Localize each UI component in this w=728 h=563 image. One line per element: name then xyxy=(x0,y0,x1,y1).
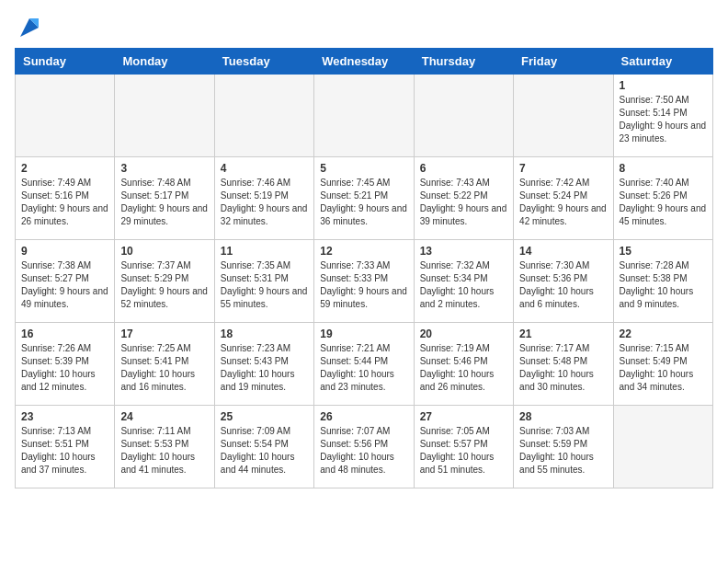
day-cell: 28Sunrise: 7:03 AM Sunset: 5:59 PM Dayli… xyxy=(514,406,613,488)
weekday-header-row: SundayMondayTuesdayWednesdayThursdayFrid… xyxy=(16,49,713,75)
day-cell: 1Sunrise: 7:50 AM Sunset: 5:14 PM Daylig… xyxy=(613,75,712,157)
day-info: Sunrise: 7:26 AM Sunset: 5:39 PM Dayligh… xyxy=(21,342,108,394)
day-cell: 2Sunrise: 7:49 AM Sunset: 5:16 PM Daylig… xyxy=(16,157,115,240)
day-info: Sunrise: 7:48 AM Sunset: 5:17 PM Dayligh… xyxy=(120,177,208,228)
day-info: Sunrise: 7:32 AM Sunset: 5:34 PM Dayligh… xyxy=(420,259,507,311)
day-number: 20 xyxy=(420,327,507,340)
day-info: Sunrise: 7:38 AM Sunset: 5:27 PM Dayligh… xyxy=(21,259,108,311)
day-info: Sunrise: 7:17 AM Sunset: 5:48 PM Dayligh… xyxy=(519,342,607,394)
day-number: 27 xyxy=(420,410,507,423)
day-cell: 13Sunrise: 7:32 AM Sunset: 5:34 PM Dayli… xyxy=(414,240,513,323)
day-cell: 26Sunrise: 7:07 AM Sunset: 5:56 PM Dayli… xyxy=(314,406,414,488)
day-info: Sunrise: 7:23 AM Sunset: 5:43 PM Dayligh… xyxy=(221,342,308,394)
day-cell: 4Sunrise: 7:46 AM Sunset: 5:19 PM Daylig… xyxy=(214,157,313,240)
day-info: Sunrise: 7:30 AM Sunset: 5:36 PM Dayligh… xyxy=(519,259,607,311)
day-info: Sunrise: 7:49 AM Sunset: 5:16 PM Dayligh… xyxy=(21,177,108,228)
day-cell: 11Sunrise: 7:35 AM Sunset: 5:31 PM Dayli… xyxy=(214,240,313,323)
day-number: 22 xyxy=(620,327,707,340)
day-info: Sunrise: 7:05 AM Sunset: 5:57 PM Dayligh… xyxy=(420,425,507,477)
day-number: 9 xyxy=(21,245,108,258)
day-info: Sunrise: 7:43 AM Sunset: 5:22 PM Dayligh… xyxy=(420,177,507,228)
day-number: 15 xyxy=(620,245,707,258)
day-number: 25 xyxy=(221,410,308,423)
week-row-5: 23Sunrise: 7:13 AM Sunset: 5:51 PM Dayli… xyxy=(16,406,713,488)
day-number: 5 xyxy=(320,162,407,175)
day-cell: 3Sunrise: 7:48 AM Sunset: 5:17 PM Daylig… xyxy=(115,157,214,240)
logo-icon xyxy=(17,15,42,40)
day-cell: 20Sunrise: 7:19 AM Sunset: 5:46 PM Dayli… xyxy=(414,323,513,406)
day-info: Sunrise: 7:11 AM Sunset: 5:53 PM Dayligh… xyxy=(120,425,208,477)
day-number: 26 xyxy=(320,410,407,423)
weekday-thursday: Thursday xyxy=(414,49,513,75)
calendar-body: 1Sunrise: 7:50 AM Sunset: 5:14 PM Daylig… xyxy=(16,75,713,488)
day-number: 10 xyxy=(120,245,208,258)
day-cell: 9Sunrise: 7:38 AM Sunset: 5:27 PM Daylig… xyxy=(16,240,115,323)
day-cell: 21Sunrise: 7:17 AM Sunset: 5:48 PM Dayli… xyxy=(514,323,613,406)
weekday-saturday: Saturday xyxy=(613,49,712,75)
day-number: 13 xyxy=(420,245,507,258)
day-number: 16 xyxy=(21,327,108,340)
day-cell xyxy=(214,75,313,157)
day-info: Sunrise: 7:45 AM Sunset: 5:21 PM Dayligh… xyxy=(320,177,407,228)
day-number: 24 xyxy=(120,410,208,423)
day-info: Sunrise: 7:35 AM Sunset: 5:31 PM Dayligh… xyxy=(221,259,308,311)
day-cell: 19Sunrise: 7:21 AM Sunset: 5:44 PM Dayli… xyxy=(314,323,414,406)
day-number: 23 xyxy=(21,410,108,423)
day-cell: 27Sunrise: 7:05 AM Sunset: 5:57 PM Dayli… xyxy=(414,406,513,488)
day-cell xyxy=(514,75,613,157)
day-info: Sunrise: 7:15 AM Sunset: 5:49 PM Dayligh… xyxy=(620,342,707,394)
day-cell: 24Sunrise: 7:11 AM Sunset: 5:53 PM Dayli… xyxy=(115,406,214,488)
day-number: 18 xyxy=(221,327,308,340)
weekday-friday: Friday xyxy=(514,49,613,75)
day-info: Sunrise: 7:40 AM Sunset: 5:26 PM Dayligh… xyxy=(620,177,707,228)
day-info: Sunrise: 7:37 AM Sunset: 5:29 PM Dayligh… xyxy=(120,259,208,311)
day-cell xyxy=(16,75,115,157)
day-info: Sunrise: 7:46 AM Sunset: 5:19 PM Dayligh… xyxy=(221,177,308,228)
calendar-table: SundayMondayTuesdayWednesdayThursdayFrid… xyxy=(15,48,713,488)
day-number: 28 xyxy=(519,410,607,423)
day-info: Sunrise: 7:28 AM Sunset: 5:38 PM Dayligh… xyxy=(620,259,707,311)
day-cell: 16Sunrise: 7:26 AM Sunset: 5:39 PM Dayli… xyxy=(16,323,115,406)
day-info: Sunrise: 7:42 AM Sunset: 5:24 PM Dayligh… xyxy=(519,177,607,228)
week-row-4: 16Sunrise: 7:26 AM Sunset: 5:39 PM Dayli… xyxy=(16,323,713,406)
day-cell xyxy=(115,75,214,157)
day-number: 19 xyxy=(320,327,407,340)
day-number: 1 xyxy=(620,79,707,92)
day-cell: 17Sunrise: 7:25 AM Sunset: 5:41 PM Dayli… xyxy=(115,323,214,406)
day-number: 4 xyxy=(221,162,308,175)
day-cell: 12Sunrise: 7:33 AM Sunset: 5:33 PM Dayli… xyxy=(314,240,414,323)
day-number: 7 xyxy=(519,162,607,175)
page-header xyxy=(15,15,713,40)
day-cell: 15Sunrise: 7:28 AM Sunset: 5:38 PM Dayli… xyxy=(613,240,712,323)
day-cell: 5Sunrise: 7:45 AM Sunset: 5:21 PM Daylig… xyxy=(314,157,414,240)
day-number: 12 xyxy=(320,245,407,258)
day-number: 21 xyxy=(519,327,607,340)
day-cell: 10Sunrise: 7:37 AM Sunset: 5:29 PM Dayli… xyxy=(115,240,214,323)
day-cell: 8Sunrise: 7:40 AM Sunset: 5:26 PM Daylig… xyxy=(613,157,712,240)
day-cell: 18Sunrise: 7:23 AM Sunset: 5:43 PM Dayli… xyxy=(214,323,313,406)
day-number: 17 xyxy=(120,327,208,340)
day-number: 14 xyxy=(519,245,607,258)
day-cell: 22Sunrise: 7:15 AM Sunset: 5:49 PM Dayli… xyxy=(613,323,712,406)
day-cell: 7Sunrise: 7:42 AM Sunset: 5:24 PM Daylig… xyxy=(514,157,613,240)
day-info: Sunrise: 7:03 AM Sunset: 5:59 PM Dayligh… xyxy=(519,425,607,477)
logo xyxy=(15,15,42,40)
day-info: Sunrise: 7:09 AM Sunset: 5:54 PM Dayligh… xyxy=(221,425,308,477)
week-row-1: 1Sunrise: 7:50 AM Sunset: 5:14 PM Daylig… xyxy=(16,75,713,157)
day-cell xyxy=(414,75,513,157)
day-info: Sunrise: 7:25 AM Sunset: 5:41 PM Dayligh… xyxy=(120,342,208,394)
day-number: 2 xyxy=(21,162,108,175)
week-row-3: 9Sunrise: 7:38 AM Sunset: 5:27 PM Daylig… xyxy=(16,240,713,323)
day-cell xyxy=(314,75,414,157)
weekday-wednesday: Wednesday xyxy=(314,49,414,75)
day-number: 8 xyxy=(620,162,707,175)
weekday-monday: Monday xyxy=(115,49,214,75)
day-info: Sunrise: 7:50 AM Sunset: 5:14 PM Dayligh… xyxy=(620,94,707,145)
day-info: Sunrise: 7:19 AM Sunset: 5:46 PM Dayligh… xyxy=(420,342,507,394)
day-number: 6 xyxy=(420,162,507,175)
day-cell: 25Sunrise: 7:09 AM Sunset: 5:54 PM Dayli… xyxy=(214,406,313,488)
weekday-sunday: Sunday xyxy=(16,49,115,75)
day-cell: 6Sunrise: 7:43 AM Sunset: 5:22 PM Daylig… xyxy=(414,157,513,240)
day-number: 11 xyxy=(221,245,308,258)
weekday-tuesday: Tuesday xyxy=(214,49,313,75)
